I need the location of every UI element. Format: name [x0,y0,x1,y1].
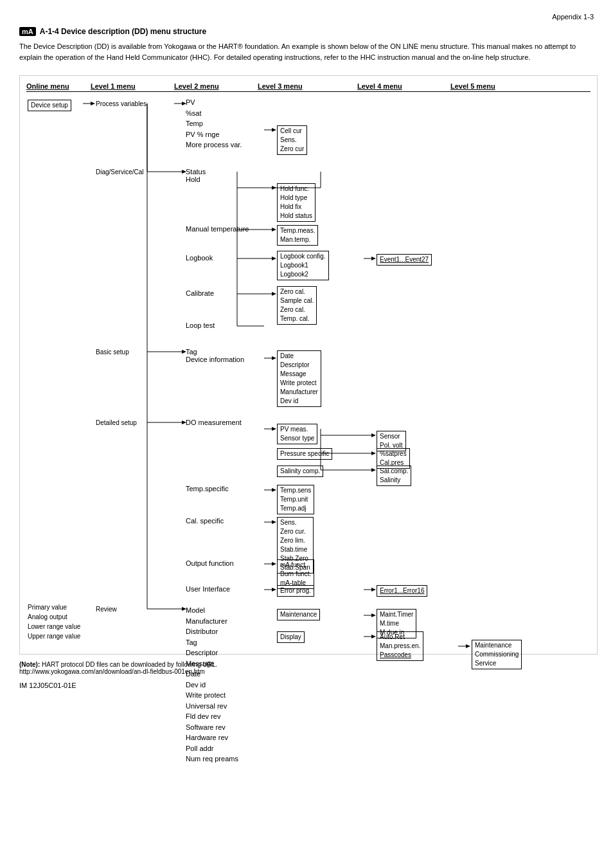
l1-detailed-setup: Detailed setup [96,419,137,428]
l2-output-function: Output function [186,559,234,567]
l2-status: StatusHold [186,168,206,183]
l5-maintenance: MaintenanceCommissioningService [472,640,522,669]
l2-temp-specific: Temp.specific [186,485,229,493]
svg-marker-25 [272,427,276,431]
svg-marker-29 [371,451,376,455]
diagram-container: Online menu Level 1 menu Level 2 menu Le… [19,75,598,655]
l4-salcomp: Sal.comp.Salinity [377,466,411,486]
col-l5: Level 5 menu [450,82,528,90]
l3-logbook-config: Logbook config.Logbook1Logbook2 [277,251,329,280]
l1-basic-setup: Basic setup [96,348,129,357]
col-l1: Level 1 menu [91,82,174,90]
l1-review: Review [96,605,117,614]
column-headers: Online menu Level 1 menu Level 2 menu Le… [26,82,591,92]
svg-marker-49 [466,644,470,648]
svg-marker-17 [272,292,276,296]
l3-tag-items: DateDescriptorMessageWrite protectManufa… [277,350,321,407]
svg-marker-5 [272,128,276,132]
svg-marker-47 [371,635,376,638]
l1-diag-service-cal: Diag/Service/Cal [96,168,143,177]
l3-maintenance: Maintenance [277,609,320,620]
svg-marker-21 [272,356,276,360]
ma-badge: mA [19,27,36,36]
svg-marker-41 [371,588,376,592]
l3-calibrate-items: Zero cal.Sample cal.Zero cal.Temp. cal. [277,286,317,325]
l3-cell-cur: Cell curSens.Zero cur [277,125,307,155]
l3-display: Display [277,631,305,643]
l3-salinity-comp: Salinity comp. [277,466,323,477]
svg-marker-9 [272,186,276,190]
diagram-body: Device setup Primary value Analog output… [26,95,591,647]
col-l2: Level 2 menu [174,82,258,90]
l3-hold-func: Hold func.Hold typeHold fixHold status [277,183,315,222]
col-l3: Level 3 menu [258,82,357,90]
intro-text: The Device Description (DD) is available… [19,41,594,62]
svg-marker-35 [272,520,276,524]
l3-temp-meas: Temp.meas.Man.temp. [277,225,318,246]
page-footer: IM 12J05C01-01E [19,682,594,689]
svg-marker-31 [371,468,376,472]
l2-logbook: Logbook [186,254,213,262]
l3-do-items: PV meas.Sensor type [277,424,317,444]
l2-tag-device: TagDevice information [186,348,244,363]
l2-do-measurement: DO measurement [186,419,242,426]
l2-calibrate: Calibrate [186,289,214,297]
l2-review-items: ModelManufacturerDistributorTagDescripto… [186,605,238,764]
svg-marker-37 [272,562,276,566]
col-l4: Level 4 menu [357,82,450,90]
l2-loop-test: Loop test [186,321,215,329]
svg-marker-33 [272,488,276,492]
l4-event: Event1...Event27 [377,254,432,266]
note-url: http://www.yokogawa.com/an/download/an-d… [19,668,205,675]
l4-error: Error1...Error16 [377,585,427,597]
online-device-setup: Device setup [28,100,71,111]
l4-display-items: Auto.RetMan.press.en.Passcodes [377,631,423,661]
col-online: Online menu [26,82,91,90]
primary-value-group: Primary value Analog output Lower range … [28,602,80,641]
l2-cal-specific: Cal. specific [186,517,224,525]
svg-marker-15 [371,257,376,260]
page-header: Appendix 1-3 [19,13,594,21]
l2-manual-temperature: Manual temperature [186,225,249,233]
svg-marker-11 [272,228,276,231]
svg-marker-39 [272,588,276,592]
section-title: A-1-4 Device description (DD) menu struc… [40,27,206,36]
svg-marker-13 [272,257,276,260]
note-label: (Note): [19,661,40,668]
l3-error-prog: Error prog. [277,585,314,597]
l2-pv-group: PV%satTempPV % rngeMore process var. [186,97,242,150]
svg-marker-45 [371,613,376,617]
l3-pressure-specific: Pressure specific [277,448,332,460]
l2-user-interface: User Interface [186,585,230,593]
svg-marker-27 [371,433,376,437]
footer-im: IM 12J05C01-01E [19,682,76,689]
svg-marker-1 [91,102,95,105]
l1-process-variables: Process variables [96,100,147,109]
l3-temp-items: Temp.sensTemp.unitTemp.adj [277,485,314,514]
